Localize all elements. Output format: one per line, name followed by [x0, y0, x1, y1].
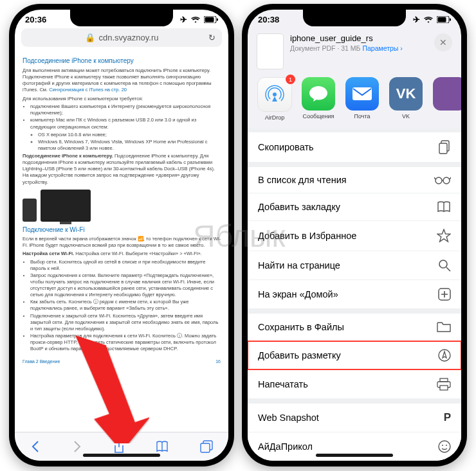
action-P[interactable]: Web SnapshotP [248, 404, 461, 432]
back-button[interactable] [30, 441, 41, 452]
status-icons: ✈ [413, 15, 451, 24]
action-label: Скопировать [258, 142, 314, 152]
svg-rect-12 [439, 143, 447, 154]
svg-point-9 [273, 93, 277, 96]
address-bar[interactable]: 🔒 cdn.svyaznoy.ru ↻ [21, 28, 222, 47]
forward-button [72, 441, 82, 452]
svg-rect-7 [450, 19, 451, 21]
vk-icon: VK [389, 77, 423, 111]
status-time: 20:36 [25, 15, 46, 24]
markup-icon [438, 349, 451, 362]
book-icon [437, 201, 451, 213]
messages-icon [302, 77, 335, 111]
svg-rect-18 [440, 378, 448, 382]
share-apps-row[interactable]: 1 AirDrop Сообщения Почта VK VK [248, 75, 461, 129]
airplane-icon: ✈ [413, 15, 420, 24]
options-link[interactable]: Параметры [362, 44, 398, 52]
home-indicator[interactable] [316, 454, 393, 457]
url-text: cdn.svyaznoy.ru [99, 33, 159, 42]
action-search[interactable]: Найти на странице [248, 251, 461, 280]
svg-rect-2 [205, 17, 214, 22]
search-icon [438, 259, 451, 272]
action-label: Добавить разметку [258, 350, 341, 360]
action-markup[interactable]: Добавить разметку [248, 341, 461, 369]
heading-1: Подсоединение iPhone к компьютеру [23, 57, 221, 66]
svg-point-14 [443, 177, 450, 184]
svg-rect-10 [352, 87, 372, 100]
watermark-text: Яблык [193, 218, 286, 254]
action-label: Напечатать [258, 379, 308, 389]
status-icons: ✈ [180, 15, 218, 24]
notch [303, 10, 406, 26]
action-label: АйДаПрикол [258, 441, 313, 452]
svg-rect-1 [217, 19, 218, 21]
star-icon [437, 229, 451, 243]
svg-point-15 [439, 260, 447, 268]
status-time: 20:38 [258, 15, 279, 24]
action-folder[interactable]: Сохранить в Файлы [248, 314, 461, 341]
share-button[interactable] [113, 440, 125, 454]
battery-icon [204, 16, 218, 23]
document-title: iphone_user_guide_rs [290, 33, 428, 43]
action-label: Сохранить в Файлы [258, 322, 344, 332]
svg-point-21 [439, 441, 450, 452]
app-messages[interactable]: Сообщения [300, 77, 336, 121]
svg-rect-20 [440, 386, 448, 390]
P-icon: P [444, 411, 451, 424]
svg-point-23 [446, 445, 447, 446]
action-label: Найти на странице [258, 260, 340, 271]
viber-icon [433, 77, 461, 111]
svg-rect-4 [201, 443, 210, 452]
app-vk[interactable]: VK VK [388, 77, 424, 121]
print-icon [437, 378, 451, 391]
action-label: В список для чтения [258, 175, 347, 185]
device-illustration [23, 190, 221, 222]
wifi-icon [191, 16, 200, 23]
action-plusbox[interactable]: На экран «Домой» [248, 280, 461, 308]
lock-icon: 🔒 [85, 33, 95, 42]
svg-rect-8 [438, 17, 446, 22]
share-sheet-header: iphone_user_guide_rs Документ PDF · 31 М… [248, 26, 461, 75]
action-book[interactable]: Добавить закладку [248, 193, 461, 220]
notch [70, 10, 173, 26]
wifi-icon [424, 16, 433, 23]
battery-icon [437, 16, 451, 23]
heading-2: Подключение к Wi-Fi [23, 226, 221, 235]
airdrop-badge: 1 [286, 75, 295, 84]
action-print[interactable]: Напечатать [248, 370, 461, 398]
reload-icon[interactable]: ↻ [208, 33, 215, 42]
folder-icon [437, 321, 451, 333]
mail-icon [345, 77, 379, 111]
action-copy[interactable]: Скопировать [248, 132, 461, 162]
action-label: На экран «Домой» [258, 289, 338, 299]
action-label: Добавить закладку [258, 202, 340, 212]
app-airdrop[interactable]: 1 AirDrop [257, 77, 293, 121]
action-label: Web Snapshot [258, 413, 319, 423]
smile-icon [438, 440, 451, 453]
app-mail[interactable]: Почта [344, 77, 380, 121]
app-more[interactable] [432, 77, 461, 121]
document-thumbnail [257, 33, 284, 69]
glasses-icon [434, 175, 451, 184]
close-button[interactable]: ✕ [434, 33, 452, 51]
tabs-button[interactable] [200, 440, 213, 453]
actions-list: СкопироватьВ список для чтенияДобавить з… [248, 129, 461, 461]
home-indicator[interactable] [83, 454, 160, 457]
svg-point-13 [435, 177, 442, 184]
svg-point-22 [442, 445, 443, 446]
bookmarks-button[interactable] [156, 441, 169, 452]
copy-icon [438, 140, 451, 154]
plusbox-icon [438, 288, 451, 301]
airplane-icon: ✈ [180, 15, 187, 24]
action-glasses[interactable]: В список для чтения [248, 167, 461, 193]
